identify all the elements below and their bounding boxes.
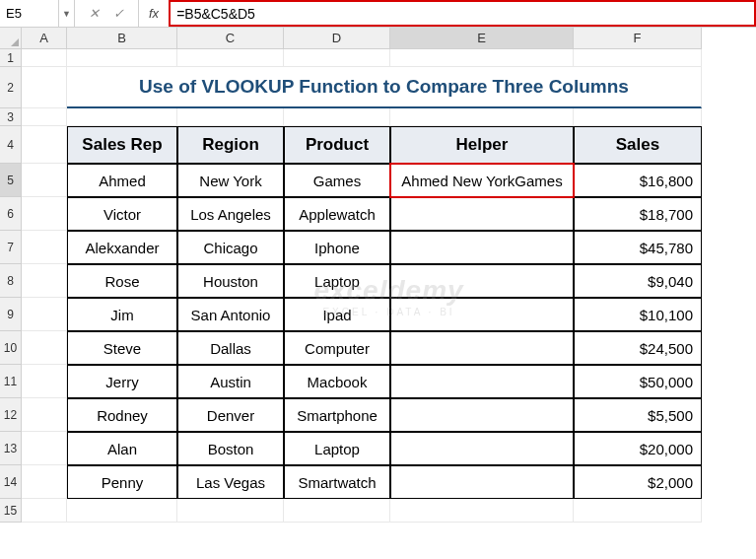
- data-cell-region[interactable]: Boston: [177, 432, 284, 465]
- formula-input[interactable]: [176, 6, 748, 22]
- data-cell-rep[interactable]: Victor: [67, 197, 177, 231]
- cell[interactable]: [22, 432, 67, 465]
- cell[interactable]: [22, 465, 67, 499]
- data-cell-helper[interactable]: [390, 231, 574, 264]
- cell[interactable]: [22, 365, 67, 398]
- row-header-7[interactable]: 7: [0, 231, 22, 264]
- cell[interactable]: [177, 499, 284, 523]
- data-cell-helper[interactable]: [390, 298, 574, 331]
- data-cell-sales[interactable]: $16,800: [574, 164, 702, 197]
- row-header-15[interactable]: 15: [0, 499, 22, 523]
- data-cell-region[interactable]: Dallas: [177, 331, 284, 365]
- row-header-12[interactable]: 12: [0, 398, 22, 432]
- name-box-dropdown[interactable]: ▼: [59, 0, 75, 27]
- cell[interactable]: [22, 67, 67, 108]
- data-cell-helper[interactable]: Ahmed New YorkGames: [390, 164, 574, 197]
- cell[interactable]: [574, 499, 702, 523]
- data-cell-rep[interactable]: Jim: [67, 298, 177, 331]
- data-cell-region[interactable]: Austin: [177, 365, 284, 398]
- data-cell-region[interactable]: Chicago: [177, 231, 284, 264]
- data-cell-sales[interactable]: $45,780: [574, 231, 702, 264]
- cell[interactable]: [177, 49, 284, 67]
- col-header-f[interactable]: F: [574, 28, 702, 49]
- data-cell-helper[interactable]: [390, 197, 574, 231]
- data-cell-sales[interactable]: $50,000: [574, 365, 702, 398]
- cell[interactable]: [390, 499, 574, 523]
- row-header-5[interactable]: 5: [0, 164, 22, 197]
- row-header-14[interactable]: 14: [0, 465, 22, 499]
- cell[interactable]: [390, 49, 574, 67]
- row-header-4[interactable]: 4: [0, 126, 22, 164]
- row-header-10[interactable]: 10: [0, 331, 22, 365]
- table-header-c[interactable]: Region: [177, 126, 284, 164]
- data-cell-rep[interactable]: Rodney: [67, 398, 177, 432]
- row-header-1[interactable]: 1: [0, 49, 22, 67]
- row-header-11[interactable]: 11: [0, 365, 22, 398]
- data-cell-sales[interactable]: $2,000: [574, 465, 702, 499]
- data-cell-helper[interactable]: [390, 398, 574, 432]
- data-cell-sales[interactable]: $18,700: [574, 197, 702, 231]
- cell[interactable]: [22, 164, 67, 197]
- data-cell-sales[interactable]: $20,000: [574, 432, 702, 465]
- data-cell-region[interactable]: Denver: [177, 398, 284, 432]
- data-cell-region[interactable]: San Antonio: [177, 298, 284, 331]
- cell[interactable]: [22, 331, 67, 365]
- row-header-8[interactable]: 8: [0, 264, 22, 298]
- table-header-d[interactable]: Product: [284, 126, 390, 164]
- cell[interactable]: [67, 108, 177, 126]
- cell[interactable]: [22, 298, 67, 331]
- row-header-9[interactable]: 9: [0, 298, 22, 331]
- cell[interactable]: [22, 197, 67, 231]
- data-cell-region[interactable]: Las Vegas: [177, 465, 284, 499]
- data-cell-product[interactable]: Macbook: [284, 365, 390, 398]
- data-cell-product[interactable]: Smartphone: [284, 398, 390, 432]
- cell[interactable]: [22, 126, 67, 164]
- data-cell-product[interactable]: Laptop: [284, 432, 390, 465]
- data-cell-product[interactable]: Iphone: [284, 231, 390, 264]
- cell[interactable]: [390, 108, 574, 126]
- data-cell-rep[interactable]: Steve: [67, 331, 177, 365]
- cell[interactable]: [284, 499, 390, 523]
- select-all-button[interactable]: [0, 28, 22, 49]
- cell[interactable]: [67, 49, 177, 67]
- cell[interactable]: [22, 398, 67, 432]
- data-cell-region[interactable]: Los Angeles: [177, 197, 284, 231]
- cell[interactable]: [22, 264, 67, 298]
- cell[interactable]: [22, 108, 67, 126]
- data-cell-rep[interactable]: Alan: [67, 432, 177, 465]
- confirm-icon[interactable]: ✓: [113, 6, 124, 21]
- data-cell-rep[interactable]: Jerry: [67, 365, 177, 398]
- data-cell-product[interactable]: Computer: [284, 331, 390, 365]
- cell[interactable]: [177, 108, 284, 126]
- data-cell-product[interactable]: Smartwatch: [284, 465, 390, 499]
- col-header-d[interactable]: D: [284, 28, 390, 49]
- data-cell-sales[interactable]: $10,100: [574, 298, 702, 331]
- data-cell-product[interactable]: Ipad: [284, 298, 390, 331]
- table-header-f[interactable]: Sales: [574, 126, 702, 164]
- row-header-6[interactable]: 6: [0, 197, 22, 231]
- cancel-icon[interactable]: ✕: [89, 6, 100, 21]
- data-cell-helper[interactable]: [390, 264, 574, 298]
- cell[interactable]: [22, 231, 67, 264]
- cell[interactable]: [22, 49, 67, 67]
- row-header-13[interactable]: 13: [0, 432, 22, 465]
- data-cell-product[interactable]: Games: [284, 164, 390, 197]
- data-cell-rep[interactable]: Rose: [67, 264, 177, 298]
- cell[interactable]: [284, 49, 390, 67]
- data-cell-rep[interactable]: Penny: [67, 465, 177, 499]
- col-header-e[interactable]: E: [390, 28, 574, 49]
- row-header-2[interactable]: 2: [0, 67, 22, 108]
- cell[interactable]: [574, 49, 702, 67]
- col-header-b[interactable]: B: [67, 28, 177, 49]
- data-cell-rep[interactable]: Alekxander: [67, 231, 177, 264]
- data-cell-product[interactable]: Applewatch: [284, 197, 390, 231]
- data-cell-product[interactable]: Laptop: [284, 264, 390, 298]
- col-header-c[interactable]: C: [177, 28, 284, 49]
- name-box[interactable]: E5: [0, 0, 59, 27]
- fx-icon[interactable]: fx: [139, 0, 169, 27]
- cell[interactable]: [67, 499, 177, 523]
- cell[interactable]: [284, 108, 390, 126]
- col-header-a[interactable]: A: [22, 28, 67, 49]
- data-cell-sales[interactable]: $9,040: [574, 264, 702, 298]
- data-cell-helper[interactable]: [390, 331, 574, 365]
